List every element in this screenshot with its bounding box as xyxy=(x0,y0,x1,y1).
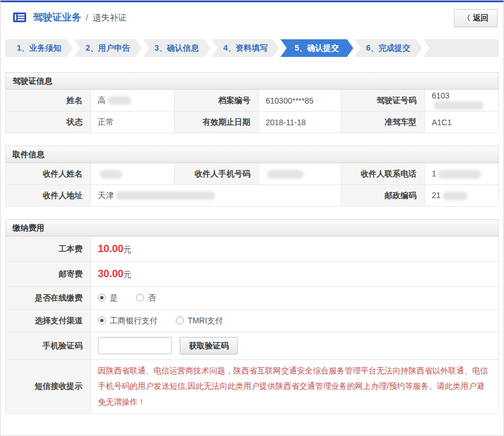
redacted-smudge xyxy=(267,170,304,179)
get-code-button[interactable]: 获取验证码 xyxy=(180,337,238,355)
name-label: 姓名 xyxy=(6,90,91,112)
sms-notice-label: 短信接收提示 xyxy=(6,360,91,414)
redacted-smudge xyxy=(433,101,484,110)
payment-table: 工本费 10.00元 邮寄费 30.00元 是否在线缴费 是 否 选择支付渠道 … xyxy=(5,236,499,414)
redacted-smudge xyxy=(438,170,481,179)
work-fee-amount: 10.00 xyxy=(98,243,123,254)
vehicle-class-value: A1C1 xyxy=(425,112,499,133)
table-row: 选择支付渠道 工商银行支付 TMRI支付 xyxy=(6,310,499,332)
step-2-user-declaration: 2、用户申告 xyxy=(74,39,142,57)
table-row: 状态 正常 有效期止日期 2018-11-18 准驾车型 A1C1 xyxy=(6,112,499,133)
recipient-mobile-label: 收件人手机号码 xyxy=(175,163,259,185)
table-row: 邮寄费 30.00元 xyxy=(6,262,499,287)
redacted-smudge xyxy=(443,192,468,200)
online-pay-options: 是 否 xyxy=(91,287,499,310)
status-label: 状态 xyxy=(6,112,91,133)
recipient-phone-value: 1 xyxy=(425,163,499,185)
expiry-label: 有效期止日期 xyxy=(175,112,259,133)
step-wizard-bar: 1、业务须知 2、用户申告 3、确认信息 4、资料填写 5、确认提交 6、完成提… xyxy=(5,39,499,57)
recipient-address-value: 天津 xyxy=(91,185,341,207)
channel-label: 选择支付渠道 xyxy=(6,310,91,332)
page-header: 驾驶证业务 / 遗失补证 〈返回 xyxy=(1,2,503,32)
payment-section: 缴纳费用 工本费 10.00元 邮寄费 30.00元 是否在线缴费 是 否 选择… xyxy=(5,219,499,414)
work-fee-label: 工本费 xyxy=(6,237,91,262)
work-fee-value: 10.00元 xyxy=(91,237,499,262)
pickup-section-title: 取件信息 xyxy=(5,146,499,163)
postage-value: 30.00元 xyxy=(91,262,499,287)
recipient-address-value-text: 天津 xyxy=(98,191,114,200)
breadcrumb-current: 遗失补证 xyxy=(93,13,127,22)
back-button-label: 返回 xyxy=(473,13,489,22)
recipient-name-label: 收件人姓名 xyxy=(6,163,91,185)
radio-channel-icbc[interactable] xyxy=(98,316,106,324)
postage-amount: 30.00 xyxy=(98,268,123,279)
name-value: 高 xyxy=(91,90,175,112)
recipient-mobile-value xyxy=(259,163,341,185)
recipient-name-value xyxy=(91,163,175,185)
status-value: 正常 xyxy=(91,112,175,133)
expiry-value: 2018-11-18 xyxy=(259,112,341,133)
table-row: 是否在线缴费 是 否 xyxy=(6,287,499,310)
table-row: 收件人地址 天津 邮政编码 21 xyxy=(6,185,499,207)
license-no-value: 6103 xyxy=(425,90,499,112)
online-pay-yes-label[interactable]: 是 xyxy=(110,293,118,302)
license-info-table: 姓名 高 档案编号 610300****85 驾驶证号码 6103 状态 正常 … xyxy=(5,89,499,133)
fee-unit: 元 xyxy=(123,245,131,254)
sms-notice-text: 因陕西省联通、电信运营商技术问题，陕西省互联网交通安全综合服务管理平台无法向持陕… xyxy=(98,360,498,413)
license-section-title: 驾驶证信息 xyxy=(5,72,499,89)
recipient-phone-value-text: 1 xyxy=(432,169,436,178)
license-no-label: 驾驶证号码 xyxy=(341,90,425,112)
step-bar-filler xyxy=(423,39,499,57)
breadcrumb-separator: / xyxy=(86,13,88,22)
chevron-left-icon: 〈 xyxy=(463,14,470,22)
redacted-smudge xyxy=(108,96,131,105)
redacted-smudge xyxy=(100,170,122,179)
table-row: 短信接收提示 因陕西省联通、电信运营商技术问题，陕西省互联网交通安全综合服务管理… xyxy=(6,360,499,414)
channel-tmri-label[interactable]: TMRI支付 xyxy=(188,316,223,325)
step-5-confirm-submit-active: 5、确认提交 xyxy=(280,39,353,57)
postal-code-value-text: 21 xyxy=(432,191,441,200)
license-no-value-text: 6103 xyxy=(432,91,449,100)
payment-section-title: 缴纳费用 xyxy=(5,219,499,236)
recipient-phone-label: 收件人联系电话 xyxy=(341,163,425,185)
pickup-info-section: 取件信息 收件人姓名 收件人手机号码 收件人联系电话 1 收件人地址 天津 邮政… xyxy=(5,146,499,207)
pickup-info-table: 收件人姓名 收件人手机号码 收件人联系电话 1 收件人地址 天津 邮政编码 21 xyxy=(5,163,499,207)
recipient-address-label: 收件人地址 xyxy=(6,185,91,207)
table-row: 工本费 10.00元 xyxy=(6,237,499,262)
radio-online-pay-yes[interactable] xyxy=(98,294,106,302)
postal-code-label: 邮政编码 xyxy=(341,185,425,207)
table-row: 收件人姓名 收件人手机号码 收件人联系电话 1 xyxy=(6,163,499,185)
sms-code-label: 手机验证码 xyxy=(6,332,91,360)
sms-notice-cell: 因陕西省联通、电信运营商技术问题，陕西省互联网交通安全综合服务管理平台无法向持陕… xyxy=(91,360,499,414)
postal-code-value: 21 xyxy=(425,185,499,207)
document-list-icon xyxy=(13,13,26,22)
fee-unit: 元 xyxy=(123,270,131,279)
step-6-finish-submit: 6、完成提交 xyxy=(354,39,422,57)
page-title: 驾驶证业务 xyxy=(33,12,81,23)
table-row: 姓名 高 档案编号 610300****85 驾驶证号码 6103 xyxy=(6,90,499,112)
radio-online-pay-no[interactable] xyxy=(136,294,144,302)
back-button[interactable]: 〈返回 xyxy=(454,9,498,27)
file-no-value: 610300****85 xyxy=(259,90,341,112)
name-value-text: 高 xyxy=(98,96,106,105)
step-3-confirm-info: 3、确认信息 xyxy=(143,39,210,57)
vehicle-class-label: 准驾车型 xyxy=(341,112,425,133)
channel-options: 工商银行支付 TMRI支付 xyxy=(91,310,499,332)
postage-label: 邮寄费 xyxy=(6,262,91,287)
online-pay-no-label[interactable]: 否 xyxy=(148,293,156,302)
license-info-section: 驾驶证信息 姓名 高 档案编号 610300****85 驾驶证号码 6103 … xyxy=(5,72,499,133)
channel-icbc-label[interactable]: 工商银行支付 xyxy=(110,316,158,325)
step-1-business-notes: 1、业务须知 xyxy=(5,39,73,57)
redacted-smudge xyxy=(115,191,215,200)
file-no-label: 档案编号 xyxy=(175,90,259,112)
online-pay-label: 是否在线缴费 xyxy=(6,287,91,310)
step-4-fill-material: 4、资料填写 xyxy=(212,39,279,57)
sms-code-input[interactable] xyxy=(98,337,172,354)
sms-code-field-cell: 获取验证码 xyxy=(91,332,499,360)
radio-channel-tmri[interactable] xyxy=(176,316,184,324)
table-row: 手机验证码 获取验证码 xyxy=(6,332,499,360)
